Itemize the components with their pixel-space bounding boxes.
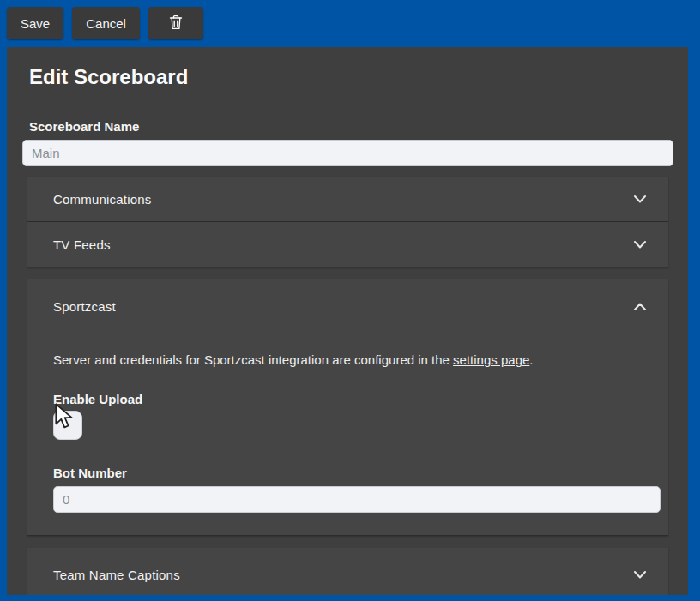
section-tv-feeds: TV Feeds [27,222,668,267]
sportzcast-body: Server and credentials for Sportzcast in… [27,333,668,535]
section-sportzcast: Sportzcast Server and credentials for Sp… [27,279,668,536]
note-text-suffix: . [529,352,533,367]
tv-feeds-header[interactable]: TV Feeds [27,222,668,267]
bot-number-label: Bot Number [53,466,644,481]
enable-upload-checkbox[interactable] [53,411,82,440]
tv-feeds-title: TV Feeds [53,237,111,252]
chevron-down-icon [634,195,646,203]
chevron-down-icon [634,571,646,579]
section-team-name-captions: Team Name Captions [27,548,668,595]
enable-upload-label: Enable Upload [53,392,644,407]
toolbar: Save Cancel [0,0,700,47]
trash-icon [169,15,183,33]
sportzcast-title: Sportzcast [53,299,116,314]
save-button[interactable]: Save [7,7,63,39]
team-name-captions-header[interactable]: Team Name Captions [27,548,668,595]
communications-header[interactable]: Communications [27,177,668,221]
page-title: Edit Scoreboard [29,64,673,90]
cancel-button[interactable]: Cancel [72,7,140,39]
sportzcast-note: Server and credentials for Sportzcast in… [53,352,644,369]
edit-scoreboard-panel: Edit Scoreboard Scoreboard Name Communic… [7,47,688,595]
scoreboard-name-label: Scoreboard Name [29,119,673,135]
accordion: Communications TV Feeds Sportzcast [27,177,668,595]
sportzcast-header[interactable]: Sportzcast [27,279,668,333]
bot-number-input[interactable] [53,486,661,513]
settings-page-link[interactable]: settings page [453,352,529,367]
section-communications: Communications [27,177,668,222]
communications-title: Communications [53,192,152,207]
team-name-captions-title: Team Name Captions [53,568,180,582]
chevron-down-icon [634,241,646,249]
note-text: Server and credentials for Sportzcast in… [53,352,453,367]
delete-button[interactable] [148,7,203,39]
chevron-up-icon [634,303,646,310]
scoreboard-name-input[interactable] [22,140,673,166]
